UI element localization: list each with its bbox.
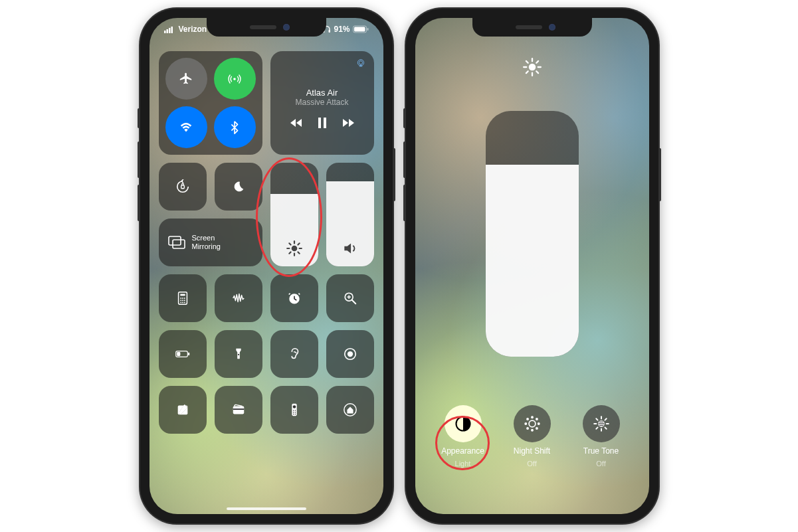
brightness-icon bbox=[286, 240, 303, 257]
true-tone-toggle[interactable]: True Tone Off bbox=[571, 405, 631, 468]
battery-pct-label: 91% bbox=[334, 25, 349, 34]
svg-rect-25 bbox=[173, 240, 185, 248]
svg-rect-2 bbox=[169, 28, 171, 33]
svg-line-68 bbox=[526, 61, 528, 63]
apple-tv-remote-button[interactable] bbox=[270, 386, 318, 434]
battery-icon bbox=[353, 25, 369, 33]
svg-point-28 bbox=[180, 298, 181, 299]
svg-point-80 bbox=[526, 428, 528, 429]
svg-point-77 bbox=[538, 423, 539, 424]
screen-mirroring-label-2: Mirroring bbox=[192, 242, 221, 251]
appearance-toggle[interactable]: Appearance Light bbox=[433, 405, 493, 468]
night-shift-icon bbox=[514, 405, 551, 442]
bluetooth-toggle[interactable] bbox=[214, 106, 256, 148]
svg-rect-13 bbox=[324, 118, 326, 128]
airplay-icon[interactable] bbox=[355, 58, 366, 68]
screen-mirroring-button[interactable]: Screen Mirroring bbox=[159, 219, 262, 266]
svg-rect-12 bbox=[318, 118, 321, 128]
svg-rect-5 bbox=[329, 30, 331, 33]
play-pause-button[interactable] bbox=[318, 118, 327, 128]
svg-rect-24 bbox=[169, 236, 181, 245]
calculator-button[interactable] bbox=[159, 274, 207, 322]
svg-line-70 bbox=[526, 71, 528, 73]
svg-rect-8 bbox=[367, 28, 368, 31]
svg-rect-45 bbox=[177, 352, 180, 356]
screen-recording-button[interactable] bbox=[326, 330, 374, 378]
svg-line-89 bbox=[596, 427, 597, 428]
svg-line-21 bbox=[298, 252, 299, 253]
svg-point-31 bbox=[180, 300, 181, 301]
phone-frame-left: Verizon 91% bbox=[140, 9, 393, 523]
svg-point-63 bbox=[528, 64, 536, 71]
night-shift-toggle[interactable]: Night Shift Off bbox=[502, 405, 562, 468]
signal-strength-icon bbox=[164, 23, 176, 35]
svg-point-47 bbox=[237, 354, 239, 355]
appearance-label: Appearance bbox=[441, 446, 484, 456]
notch bbox=[207, 18, 326, 37]
home-indicator[interactable] bbox=[227, 507, 306, 510]
low-power-mode-toggle[interactable] bbox=[159, 330, 207, 378]
svg-point-30 bbox=[183, 298, 185, 299]
brightness-slider-large[interactable] bbox=[486, 111, 579, 357]
brightness-icon bbox=[523, 58, 542, 76]
svg-rect-0 bbox=[164, 31, 166, 33]
screen-control-center: Verizon 91% bbox=[150, 18, 383, 514]
svg-point-56 bbox=[292, 410, 293, 410]
phone-frame-right: Appearance Light Night Shift Off True To… bbox=[406, 9, 658, 523]
airplane-mode-toggle[interactable] bbox=[165, 58, 207, 100]
alarm-button[interactable] bbox=[270, 274, 318, 322]
svg-rect-52 bbox=[233, 406, 244, 414]
svg-point-49 bbox=[347, 351, 352, 357]
artist-name: Massive Attack bbox=[295, 98, 348, 107]
voice-memo-button[interactable] bbox=[215, 274, 262, 322]
next-track-button[interactable] bbox=[342, 118, 355, 128]
brightness-slider[interactable] bbox=[270, 163, 318, 266]
svg-point-34 bbox=[180, 302, 181, 304]
home-button[interactable] bbox=[326, 386, 374, 434]
svg-rect-7 bbox=[354, 27, 365, 32]
volume-icon bbox=[342, 240, 359, 257]
notch bbox=[472, 18, 592, 37]
flashlight-button[interactable] bbox=[215, 330, 262, 378]
svg-rect-46 bbox=[188, 353, 189, 355]
svg-point-73 bbox=[529, 420, 536, 427]
night-shift-label: Night Shift bbox=[514, 446, 550, 456]
cellular-data-toggle[interactable] bbox=[214, 58, 256, 100]
wifi-toggle[interactable] bbox=[165, 106, 207, 148]
media-module[interactable]: Atlas Air Massive Attack bbox=[270, 51, 374, 155]
svg-point-32 bbox=[182, 300, 183, 301]
svg-point-9 bbox=[233, 78, 236, 80]
svg-point-60 bbox=[292, 414, 293, 414]
svg-point-29 bbox=[182, 298, 183, 299]
true-tone-icon bbox=[583, 405, 620, 442]
svg-line-87 bbox=[596, 418, 597, 420]
svg-line-22 bbox=[289, 252, 290, 253]
wallet-button[interactable] bbox=[215, 386, 262, 434]
volume-slider[interactable] bbox=[326, 163, 374, 266]
svg-rect-3 bbox=[171, 27, 173, 33]
connectivity-module[interactable] bbox=[159, 51, 262, 155]
svg-line-88 bbox=[605, 427, 606, 428]
svg-point-15 bbox=[291, 246, 297, 252]
svg-rect-1 bbox=[166, 29, 168, 33]
true-tone-label: True Tone bbox=[583, 446, 619, 456]
do-not-disturb-toggle[interactable] bbox=[215, 163, 262, 211]
svg-point-33 bbox=[183, 300, 185, 301]
svg-point-57 bbox=[294, 410, 295, 410]
svg-point-79 bbox=[536, 428, 537, 429]
night-shift-sub: Off bbox=[527, 460, 536, 468]
svg-line-90 bbox=[605, 418, 606, 420]
svg-rect-14 bbox=[181, 185, 184, 189]
svg-line-71 bbox=[536, 61, 538, 63]
magnifier-button[interactable] bbox=[326, 274, 374, 322]
svg-line-69 bbox=[536, 71, 538, 73]
svg-line-23 bbox=[298, 243, 299, 244]
song-title: Atlas Air bbox=[306, 88, 338, 98]
hearing-button[interactable] bbox=[270, 330, 318, 378]
orientation-lock-toggle[interactable] bbox=[159, 163, 207, 211]
svg-point-59 bbox=[294, 412, 295, 412]
notes-button[interactable] bbox=[159, 386, 207, 434]
previous-track-button[interactable] bbox=[290, 118, 303, 128]
svg-point-81 bbox=[536, 418, 537, 420]
svg-point-76 bbox=[525, 423, 526, 424]
